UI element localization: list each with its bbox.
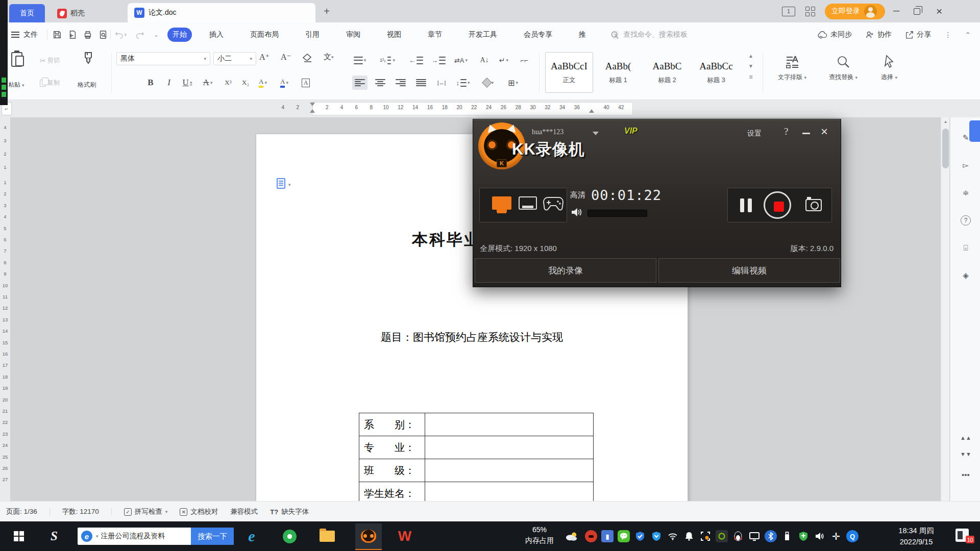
display-settings-icon[interactable] xyxy=(748,530,761,542)
fullscreen-mode-icon[interactable] xyxy=(492,196,511,210)
weather-icon[interactable] xyxy=(566,530,578,542)
document-proof-button[interactable]: ✕文档校对 xyxy=(180,507,218,516)
select-tool-button[interactable]: 选择 ▾ xyxy=(874,54,904,82)
style-card-4[interactable]: AaBbCc标题 3 xyxy=(692,52,740,93)
word-count[interactable]: 字数: 12170 xyxy=(62,507,99,516)
style-scroll-down-icon[interactable]: ▼ xyxy=(748,63,753,69)
character-scale-button[interactable]: ⇄A▾ xyxy=(453,53,469,67)
cover-table-value[interactable] xyxy=(425,436,593,459)
recorder-close-button[interactable]: × xyxy=(821,124,828,139)
paste-label[interactable]: 粘贴▾ xyxy=(8,81,24,89)
style-more-icon[interactable]: ≡ xyxy=(749,73,752,81)
help-icon[interactable]: ? xyxy=(961,215,971,226)
underline-button[interactable]: U▾ xyxy=(180,76,195,90)
format-painter-label[interactable]: 格式刷 xyxy=(78,81,96,89)
character-border-button[interactable]: A xyxy=(298,76,313,90)
green-browser-icon[interactable] xyxy=(277,521,302,551)
speaker-icon[interactable] xyxy=(571,207,582,217)
strikethrough-button[interactable]: A▾ xyxy=(200,76,215,90)
bullet-list-button[interactable]: ▾ xyxy=(352,53,368,67)
nvidia-icon[interactable] xyxy=(716,530,728,542)
superscript-button[interactable]: X² xyxy=(220,76,236,90)
increase-indent-button[interactable]: → xyxy=(431,53,446,67)
menu-tab-2[interactable]: 页面布局 xyxy=(250,30,279,39)
save-button[interactable] xyxy=(51,29,63,40)
restore-button[interactable] xyxy=(914,0,920,22)
horizontal-ruler[interactable]: ⌐ 42246810121416182022242628303234364042 xyxy=(0,100,980,117)
taskbar-clock[interactable]: 18:34 周四 2022/9/15 xyxy=(889,525,943,547)
more-options-icon[interactable]: ⋮ xyxy=(944,31,951,39)
edit-video-button[interactable]: 编辑视频 xyxy=(658,258,840,283)
kk-tray-icon[interactable] xyxy=(585,530,597,542)
username-dropdown-icon[interactable] xyxy=(593,132,599,135)
menu-tab-3[interactable]: 引用 xyxy=(305,30,320,39)
style-scroll-up-icon[interactable]: ▲ xyxy=(748,53,753,59)
style-card-1[interactable]: AaBbCcI正文 xyxy=(545,52,593,93)
sort-button[interactable]: A↓ xyxy=(477,53,492,67)
distribute-button[interactable]: |↔| xyxy=(434,76,449,90)
search-dropdown-chevron[interactable]: ▾ xyxy=(96,534,99,539)
print-preview-button[interactable] xyxy=(97,29,109,40)
my-recordings-button[interactable]: 我的录像 xyxy=(475,258,656,283)
cut-button[interactable]: ✂剪切 xyxy=(40,56,60,65)
recorder-help-button[interactable]: ? xyxy=(784,126,788,137)
clear-format-button[interactable] xyxy=(302,53,313,62)
compatibility-mode-label[interactable]: 兼容模式 xyxy=(230,507,258,516)
menu-tab-5[interactable]: 视图 xyxy=(387,30,401,39)
command-search[interactable]: 查找命令、搜索模板 xyxy=(610,22,688,47)
copy-button[interactable]: 复制 xyxy=(40,79,60,87)
start-button[interactable] xyxy=(7,521,31,551)
collaborate-button[interactable]: 协作 xyxy=(865,30,892,39)
usb-drive-icon[interactable]: ▮ xyxy=(601,530,614,542)
cover-table-value[interactable] xyxy=(425,413,593,436)
subscript-button[interactable]: X₂ xyxy=(238,76,253,90)
paste-button[interactable] xyxy=(11,52,22,67)
select-cursor-icon[interactable]: ▻ xyxy=(960,159,972,171)
memory-usage-widget[interactable]: 65% 内存占用 xyxy=(513,524,566,546)
antivirus-shield-icon[interactable] xyxy=(797,530,810,542)
shading-button[interactable]: ▾ xyxy=(481,76,496,90)
menu-tab-9[interactable]: 推 xyxy=(579,30,586,39)
minimize-button[interactable]: ─ xyxy=(893,0,908,22)
bookmark-icon[interactable]: ◈ xyxy=(960,269,972,282)
qq-icon[interactable] xyxy=(732,530,744,542)
file-explorer-icon[interactable] xyxy=(314,521,340,551)
toolbar-more-chevron[interactable]: ⌄ xyxy=(150,29,162,40)
line-spacing-button[interactable]: ↕▾ xyxy=(455,76,471,90)
volume-meter[interactable] xyxy=(587,210,647,217)
pinyin-guide-button[interactable]: 文▾ xyxy=(324,52,334,62)
pause-button[interactable] xyxy=(740,198,752,212)
justify-button[interactable] xyxy=(413,76,429,90)
screenshot-button[interactable] xyxy=(805,199,822,211)
prev-page-icon[interactable]: ▲▲ xyxy=(960,432,972,444)
proofread-icon[interactable]: ⌻ xyxy=(960,242,972,254)
side-panel-handle[interactable] xyxy=(969,120,980,142)
missing-font-button[interactable]: T?缺失字体 xyxy=(270,507,309,516)
align-left-button[interactable] xyxy=(352,76,368,90)
tab-docer[interactable]: 稻壳 xyxy=(51,4,91,22)
quality-label[interactable]: 高清 xyxy=(570,190,585,200)
screen-center-icon[interactable]: ✛ xyxy=(830,530,842,542)
taskbar-search-box[interactable]: e ▾ 注册公司流程及资料 搜索一下 xyxy=(78,528,234,545)
file-menu[interactable]: 文件 xyxy=(11,22,38,47)
paragraph-layout-icon[interactable] xyxy=(277,178,285,189)
window-mode-icon[interactable] xyxy=(519,196,537,210)
font-size-select[interactable]: 小二▾ xyxy=(213,52,256,65)
usb-device-icon[interactable] xyxy=(781,530,793,542)
tab-ruler-button[interactable]: ⌐⌐ xyxy=(517,53,532,67)
window-manage-icon[interactable]: 1 xyxy=(782,0,795,22)
paragraph-layout-chevron[interactable]: ▾ xyxy=(288,182,291,187)
pc-manager-icon[interactable] xyxy=(634,530,646,542)
menu-tab-start[interactable]: 开始 xyxy=(167,28,192,42)
decrease-indent-button[interactable]: ← xyxy=(408,53,424,67)
highlight-color-button[interactable]: A▾ xyxy=(255,76,271,90)
recorder-username[interactable]: hua***123 xyxy=(532,128,564,136)
kk-recorder-taskbar-icon[interactable] xyxy=(355,521,382,551)
share-button[interactable]: 分享 xyxy=(905,30,931,39)
bluetooth-icon[interactable] xyxy=(765,530,777,542)
italic-button[interactable]: I xyxy=(161,76,177,90)
new-tab-button[interactable]: + xyxy=(321,6,333,17)
sogou-input-icon[interactable]: S xyxy=(43,521,65,551)
right-indent-marker[interactable] xyxy=(589,109,594,113)
taskbar-search-text[interactable]: 注册公司流程及资料 xyxy=(101,532,191,541)
